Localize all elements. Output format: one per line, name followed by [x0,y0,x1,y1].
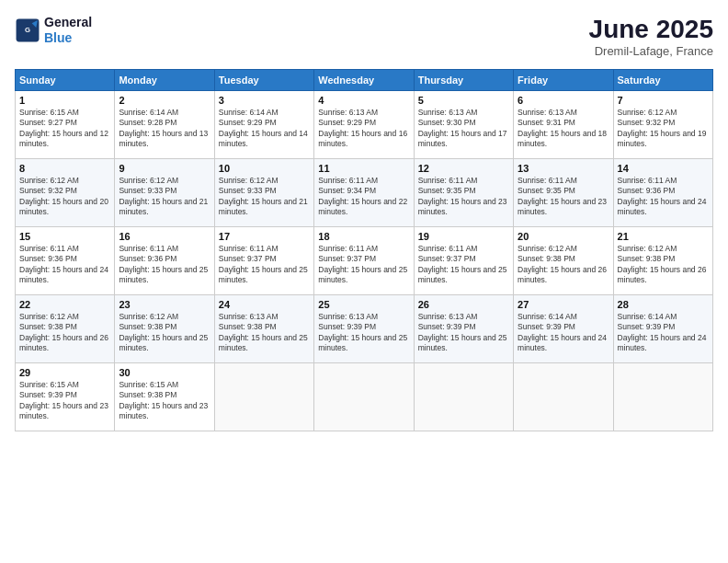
day-info: Sunrise: 6:13 AMSunset: 9:39 PMDaylight:… [418,312,509,354]
logo-text-blue: Blue [44,30,92,46]
day-info: Sunrise: 6:13 AMSunset: 9:39 PMDaylight:… [318,312,409,354]
header: G General Blue June 2025 Dremil-Lafage, … [15,15,713,58]
day-info: Sunrise: 6:13 AMSunset: 9:38 PMDaylight:… [219,312,310,354]
week-row: 22Sunrise: 6:12 AMSunset: 9:38 PMDayligh… [16,295,713,363]
day-number: 24 [219,299,310,310]
calendar-day: 20Sunrise: 6:12 AMSunset: 9:38 PMDayligh… [514,227,613,295]
day-number: 3 [219,95,310,106]
calendar-day: 18Sunrise: 6:11 AMSunset: 9:37 PMDayligh… [314,227,414,295]
day-info: Sunrise: 6:15 AMSunset: 9:38 PMDaylight:… [119,380,210,422]
calendar-day: 3Sunrise: 6:14 AMSunset: 9:29 PMDaylight… [214,91,313,159]
day-info: Sunrise: 6:15 AMSunset: 9:39 PMDaylight:… [19,380,110,422]
header-row: SundayMondayTuesdayWednesdayThursdayFrid… [16,70,713,91]
day-number: 27 [518,299,609,310]
calendar-day: 11Sunrise: 6:11 AMSunset: 9:34 PMDayligh… [314,159,414,227]
calendar-day: 24Sunrise: 6:13 AMSunset: 9:38 PMDayligh… [214,295,313,363]
day-number: 15 [19,231,110,242]
day-number: 6 [518,95,609,106]
day-number: 2 [119,95,210,106]
logo-icon: G [15,17,40,43]
calendar-day: 21Sunrise: 6:12 AMSunset: 9:38 PMDayligh… [613,227,712,295]
day-info: Sunrise: 6:11 AMSunset: 9:37 PMDaylight:… [418,244,509,286]
header-thursday: Thursday [414,70,513,91]
calendar-title: June 2025 [589,15,713,44]
calendar-day: 23Sunrise: 6:12 AMSunset: 9:38 PMDayligh… [115,295,214,363]
calendar-day: 4Sunrise: 6:13 AMSunset: 9:29 PMDaylight… [314,91,414,159]
calendar-day: 10Sunrise: 6:12 AMSunset: 9:33 PMDayligh… [214,159,313,227]
calendar-day: 19Sunrise: 6:11 AMSunset: 9:37 PMDayligh… [414,227,513,295]
calendar-page: G General Blue June 2025 Dremil-Lafage, … [0,0,728,563]
day-info: Sunrise: 6:12 AMSunset: 9:33 PMDaylight:… [119,176,210,218]
day-number: 23 [119,299,210,310]
day-info: Sunrise: 6:11 AMSunset: 9:36 PMDaylight:… [618,176,709,218]
day-info: Sunrise: 6:12 AMSunset: 9:32 PMDaylight:… [618,108,709,150]
day-number: 22 [19,299,110,310]
day-info: Sunrise: 6:11 AMSunset: 9:37 PMDaylight:… [318,244,409,286]
header-tuesday: Tuesday [214,70,313,91]
day-number: 26 [418,299,509,310]
calendar-day: 14Sunrise: 6:11 AMSunset: 9:36 PMDayligh… [613,159,712,227]
day-info: Sunrise: 6:12 AMSunset: 9:33 PMDaylight:… [219,176,310,218]
calendar-day: 29Sunrise: 6:15 AMSunset: 9:39 PMDayligh… [16,363,115,431]
logo: G General Blue [15,15,92,46]
calendar-day [613,363,712,431]
day-info: Sunrise: 6:13 AMSunset: 9:30 PMDaylight:… [418,108,509,150]
calendar-day: 12Sunrise: 6:11 AMSunset: 9:35 PMDayligh… [414,159,513,227]
day-info: Sunrise: 6:14 AMSunset: 9:39 PMDaylight:… [518,312,609,354]
header-wednesday: Wednesday [314,70,414,91]
day-number: 14 [618,163,709,174]
day-number: 12 [418,163,509,174]
day-info: Sunrise: 6:11 AMSunset: 9:36 PMDaylight:… [19,244,110,286]
day-info: Sunrise: 6:14 AMSunset: 9:39 PMDaylight:… [618,312,709,354]
week-row: 8Sunrise: 6:12 AMSunset: 9:32 PMDaylight… [16,159,713,227]
calendar-day: 1Sunrise: 6:15 AMSunset: 9:27 PMDaylight… [16,91,115,159]
calendar-subtitle: Dremil-Lafage, France [589,44,713,58]
day-number: 28 [618,299,709,310]
day-info: Sunrise: 6:11 AMSunset: 9:35 PMDaylight:… [518,176,609,218]
calendar-day [514,363,613,431]
day-number: 25 [318,299,409,310]
calendar-day: 25Sunrise: 6:13 AMSunset: 9:39 PMDayligh… [314,295,414,363]
day-info: Sunrise: 6:11 AMSunset: 9:34 PMDaylight:… [318,176,409,218]
svg-text:G: G [25,25,30,33]
day-info: Sunrise: 6:12 AMSunset: 9:38 PMDaylight:… [119,312,210,354]
calendar-day [214,363,313,431]
calendar-day: 15Sunrise: 6:11 AMSunset: 9:36 PMDayligh… [16,227,115,295]
day-number: 16 [119,231,210,242]
day-number: 29 [19,367,110,378]
day-info: Sunrise: 6:12 AMSunset: 9:38 PMDaylight:… [618,244,709,286]
day-number: 10 [219,163,310,174]
calendar-day [414,363,513,431]
header-friday: Friday [514,70,613,91]
day-number: 1 [19,95,110,106]
calendar-day: 16Sunrise: 6:11 AMSunset: 9:36 PMDayligh… [115,227,214,295]
day-number: 4 [318,95,409,106]
calendar-day: 13Sunrise: 6:11 AMSunset: 9:35 PMDayligh… [514,159,613,227]
day-info: Sunrise: 6:12 AMSunset: 9:38 PMDaylight:… [19,312,110,354]
day-info: Sunrise: 6:14 AMSunset: 9:28 PMDaylight:… [119,108,210,150]
day-number: 5 [418,95,509,106]
calendar-day: 8Sunrise: 6:12 AMSunset: 9:32 PMDaylight… [16,159,115,227]
calendar-day: 26Sunrise: 6:13 AMSunset: 9:39 PMDayligh… [414,295,513,363]
day-info: Sunrise: 6:11 AMSunset: 9:35 PMDaylight:… [418,176,509,218]
day-info: Sunrise: 6:12 AMSunset: 9:38 PMDaylight:… [518,244,609,286]
day-info: Sunrise: 6:11 AMSunset: 9:37 PMDaylight:… [219,244,310,286]
day-info: Sunrise: 6:13 AMSunset: 9:29 PMDaylight:… [318,108,409,150]
day-number: 21 [618,231,709,242]
calendar-day: 7Sunrise: 6:12 AMSunset: 9:32 PMDaylight… [613,91,712,159]
calendar-day: 30Sunrise: 6:15 AMSunset: 9:38 PMDayligh… [115,363,214,431]
calendar-day: 9Sunrise: 6:12 AMSunset: 9:33 PMDaylight… [115,159,214,227]
day-number: 8 [19,163,110,174]
day-info: Sunrise: 6:15 AMSunset: 9:27 PMDaylight:… [19,108,110,150]
day-number: 9 [119,163,210,174]
calendar-day [314,363,414,431]
calendar-table: SundayMondayTuesdayWednesdayThursdayFrid… [15,69,713,431]
day-info: Sunrise: 6:14 AMSunset: 9:29 PMDaylight:… [219,108,310,150]
day-info: Sunrise: 6:13 AMSunset: 9:31 PMDaylight:… [518,108,609,150]
week-row: 1Sunrise: 6:15 AMSunset: 9:27 PMDaylight… [16,91,713,159]
day-number: 17 [219,231,310,242]
day-number: 18 [318,231,409,242]
week-row: 29Sunrise: 6:15 AMSunset: 9:39 PMDayligh… [16,363,713,431]
calendar-day: 22Sunrise: 6:12 AMSunset: 9:38 PMDayligh… [16,295,115,363]
day-number: 13 [518,163,609,174]
